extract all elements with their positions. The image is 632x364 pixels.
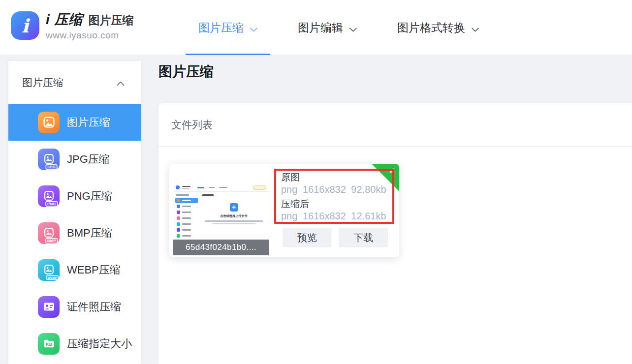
format-badge: WEBP: [46, 275, 59, 279]
file-name-overlay: 65d43f024b1b0....: [173, 240, 269, 255]
decor-dot: [177, 216, 180, 220]
decor-dot: [177, 234, 180, 238]
sidebar-item-label: WEBP压缩: [67, 263, 121, 277]
decor-dot: [177, 211, 180, 214]
bmp-compress-icon: BMP: [38, 222, 60, 244]
thumb-mini-sidebar: [173, 192, 199, 240]
decor-bar: [182, 212, 191, 213]
highlight-box: 原图 png 1616x832 92.80kb 压缩后 png 1616x832…: [274, 169, 394, 224]
nav-item-image-edit[interactable]: 图片编辑: [285, 0, 370, 55]
sidebar-group-title: 图片压缩: [22, 76, 63, 90]
panel-title: 文件列表: [171, 118, 213, 132]
compressed-info: png 1616x832 12.61kb: [281, 210, 392, 222]
decor-bar: [182, 235, 191, 237]
decor-bar: [212, 223, 255, 225]
page-title: 图片压缩: [158, 62, 214, 81]
sidebar-item-target-size-compress[interactable]: KB 压缩指定大小: [8, 325, 141, 362]
sidebar-item-label: BMP压缩: [67, 226, 112, 241]
thumb-mini-item: [175, 227, 198, 233]
sidebar-item-jpg-compress[interactable]: JPG JPG压缩: [8, 141, 141, 178]
brand-name: i 压缩: [46, 10, 83, 29]
top-nav: 图片压缩 图片编辑 图片格式转换: [186, 0, 492, 55]
nav-item-label: 图片压缩: [198, 20, 244, 35]
webp-compress-icon: WEBP: [38, 259, 60, 281]
decor-bar: [202, 194, 214, 196]
file-thumbnail[interactable]: + 点击或拖拽上传文件 65d43f024b1b0....: [173, 183, 269, 255]
sidebar-item-id-photo-compress[interactable]: 证件照压缩: [8, 288, 141, 325]
download-button[interactable]: 下载: [339, 228, 388, 247]
thumb-mini-item: [175, 215, 198, 221]
thumb-mini-logo: [176, 185, 180, 189]
decor-bar: [182, 206, 191, 207]
decor-dot: [177, 222, 180, 226]
thumb-mini-body: + 点击或拖拽上传文件: [173, 192, 269, 240]
decor-dot: [177, 228, 180, 232]
sidebar-item-label: 压缩指定大小: [67, 336, 132, 351]
thumb-decor: [182, 186, 190, 189]
sidebar-item-png-compress[interactable]: PNG PNG压缩: [8, 178, 141, 214]
decor-bar: [209, 187, 215, 188]
decor-bar: [182, 217, 191, 219]
thumb-mini-item: [175, 233, 198, 239]
file-card: ✓: [169, 164, 399, 257]
svg-text:KB: KB: [46, 342, 52, 347]
sidebar-item-label: 证件照压缩: [67, 300, 121, 314]
format-badge: JPG: [46, 164, 58, 170]
sidebar-item-label: 图片压缩: [67, 115, 110, 130]
decor-bar: [182, 188, 189, 189]
format-badge: BMP: [45, 238, 58, 243]
brand-logo-icon: i: [11, 11, 39, 40]
sidebar-group-header[interactable]: 图片压缩: [8, 61, 141, 104]
plus-icon: +: [230, 203, 238, 212]
compressed-label: 压缩后: [281, 198, 392, 210]
nav-item-label: 图片格式转换: [397, 20, 465, 35]
brand-product: 图片压缩: [89, 13, 134, 28]
app-header: i i 压缩 图片压缩 www.iyasuo.com 图片压缩 图片编辑 图片格…: [0, 0, 632, 55]
decor-bar: [176, 194, 189, 196]
brand-logo[interactable]: i i 压缩 图片压缩 www.iyasuo.com: [11, 10, 134, 41]
image-compress-icon: [38, 112, 60, 133]
sidebar: 图片压缩 图片压缩 JPG JPG压缩 PNG PNG压缩 BMP BMP压缩: [8, 61, 141, 364]
jpg-compress-icon: JPG: [38, 149, 60, 170]
file-list-panel: 文件列表 ✓: [158, 103, 632, 364]
original-label: 原图: [281, 172, 392, 183]
decor-bar: [182, 229, 191, 231]
preview-button[interactable]: 预览: [283, 228, 332, 247]
decor-bar: [197, 187, 204, 188]
id-photo-icon: [38, 296, 60, 318]
sidebar-item-image-compress[interactable]: 图片压缩: [8, 104, 141, 141]
thumb-mini-item: [175, 198, 198, 203]
sidebar-item-label: JPG压缩: [67, 152, 110, 167]
png-compress-icon: PNG: [38, 185, 60, 207]
thumb-mini-header: [173, 183, 269, 192]
thumb-mini-item: [175, 204, 198, 209]
thumb-mini-cta-button: [253, 185, 266, 190]
thumb-mini-nav: [197, 187, 227, 188]
thumb-upload-text: 点击或拖拽上传文件: [220, 214, 248, 218]
sidebar-item-webp-compress[interactable]: WEBP WEBP压缩: [8, 251, 141, 288]
thumb-mini-item: [175, 210, 198, 215]
thumbnail-preview: + 点击或拖拽上传文件: [173, 183, 269, 240]
thumb-mini-item: [175, 221, 198, 227]
sidebar-item-label: PNG压缩: [67, 189, 112, 204]
decor-bar: [182, 186, 190, 187]
nav-item-label: 图片编辑: [298, 20, 343, 35]
nav-item-format-convert[interactable]: 图片格式转换: [384, 0, 492, 55]
brand-logo-text: i 压缩 图片压缩 www.iyasuo.com: [46, 10, 134, 41]
nav-item-image-compress[interactable]: 图片压缩: [186, 0, 270, 55]
chevron-down-icon: [250, 22, 257, 35]
decor-bar: [219, 187, 227, 188]
chevron-up-icon: [117, 77, 125, 89]
chevron-down-icon: [472, 22, 479, 35]
decor-dot: [177, 199, 180, 202]
decor-bar: [182, 223, 191, 225]
brand-website: www.iyasuo.com: [46, 30, 134, 41]
decor-dot: [177, 205, 180, 208]
panel-header: 文件列表: [158, 103, 632, 147]
chevron-down-icon: [349, 22, 357, 35]
decor-bar: [182, 200, 191, 201]
format-badge: PNG: [45, 201, 58, 207]
sidebar-item-bmp-compress[interactable]: BMP BMP压缩: [8, 214, 141, 251]
original-info: png 1616x832 92.80kb: [281, 183, 392, 196]
thumb-mini-upload-area: + 点击或拖拽上传文件: [199, 203, 269, 224]
